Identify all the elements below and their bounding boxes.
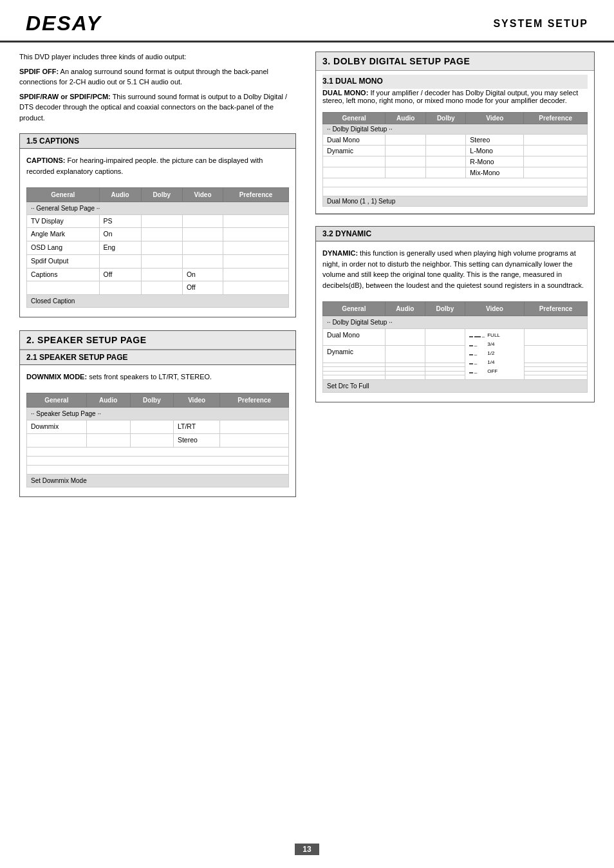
captions-box: 1.5 CAPTIONS CAPTIONS: For hearing-impai… — [19, 133, 296, 317]
dual-mono-footer: Dual Mono (1 , 1) Setup — [323, 196, 588, 207]
speaker-main-title: 2. SPEAKER SETUP PAGE — [20, 331, 295, 350]
page-header: DESAY SYSTEM SETUP — [0, 0, 614, 42]
page: DESAY SYSTEM SETUP This DVD player inclu… — [0, 0, 614, 868]
dual-mono-table: General Audio Dolby Video Preference ·· … — [322, 112, 588, 207]
dolby-main-title: 3. DOLBY DIGITAL SETUP PAGE — [316, 52, 594, 71]
dynamic-box: 3.2 DYNAMIC DYNAMIC: this function is ge… — [315, 226, 595, 402]
table-row: Spdif Output — [27, 254, 289, 268]
slider-tick — [469, 345, 473, 346]
dual-mono-nav: ·· Dolby Digital Setup ·· — [323, 124, 588, 135]
dual-mono-table-header: General Audio Dolby Video Preference — [323, 113, 588, 124]
speaker-nav-row: ·· Speaker Setup Page ·· — [27, 408, 289, 420]
table-row: Captions Off On — [27, 268, 289, 281]
right-column: 3. DOLBY DIGITAL SETUP PAGE 3.1 DUAL MON… — [309, 52, 595, 506]
table-row: Off — [27, 281, 289, 295]
captions-footer-label: Closed Caption — [27, 295, 289, 308]
table-row — [323, 178, 588, 187]
intro-item2: SPDIF/RAW or SPDIF/PCM: This surround so… — [19, 91, 296, 124]
dynamic-content: DYNAMIC: this function is generally used… — [316, 241, 594, 402]
table-row: Dynamic — [323, 346, 588, 363]
dynamic-nav: ·· Dolby Digital Setup ·· — [323, 316, 588, 328]
slider-val-14: 1/4 — [487, 359, 500, 366]
table-row: Dual Mono Stereo — [323, 135, 588, 146]
captions-table-header: General Audio Dolby Video Preference — [27, 187, 289, 202]
dynamic-text: this function is generally used when pla… — [322, 249, 584, 289]
intro-lead: This DVD player includes three kinds of … — [19, 52, 296, 62]
captions-nav-label: ·· General Setup Page ·· — [27, 202, 289, 214]
captions-bold: CAPTIONS: — [26, 156, 66, 164]
dual-mono-bold: DUAL MONO: — [322, 89, 368, 97]
table-row: Stereo — [27, 433, 289, 447]
slider-bars: – – – — [469, 332, 485, 377]
slider-tick — [469, 354, 473, 355]
intro-item1: SPDIF OFF: An analog surround sound form… — [19, 66, 296, 88]
captions-nav-row: ·· General Setup Page ·· — [27, 202, 289, 214]
dual-mono-content: 3.1 DUAL MONO DUAL MONO: If your amplifi… — [316, 71, 594, 214]
row-tv-display: TV Display — [27, 214, 100, 228]
slider-visual: – – – — [469, 332, 520, 377]
row-tv-display-val: PS — [99, 214, 141, 228]
table-row — [27, 465, 289, 474]
table-row — [27, 456, 289, 465]
row-spdif-output: Spdif Output — [27, 254, 100, 268]
speaker-content: DOWNMIX MODE: sets front speakers to LT/… — [20, 365, 295, 496]
downmix-bold: DOWNMIX MODE: — [26, 373, 87, 381]
table-row — [27, 447, 289, 456]
table-row: OSD Lang Eng — [27, 241, 289, 255]
captions-description: CAPTIONS: For hearing-impaired people. t… — [26, 155, 289, 176]
dual-mono-title: 3.1 DUAL MONO — [322, 75, 588, 89]
table-row: R-Mono — [323, 156, 588, 167]
table-row — [323, 187, 588, 196]
speaker-table-header: General Audio Dolby Video Preference — [27, 393, 289, 408]
col-dolby: Dolby — [141, 187, 182, 202]
speaker-setup-box: 2. SPEAKER SETUP PAGE 2.1 SPEAKER SETUP … — [19, 330, 296, 497]
page-title: SYSTEM SETUP — [493, 18, 588, 30]
table-row: Mix-Mono — [323, 167, 588, 178]
captions-table: General Audio Dolby Video Preference ·· … — [26, 187, 289, 308]
dual-mono-description: DUAL MONO: If your amplifier / decoder h… — [322, 89, 588, 104]
dynamic-table: General Audio Dolby Video Preference ·· … — [322, 301, 588, 393]
col-preference: Preference — [223, 187, 289, 202]
slider-tick — [474, 336, 481, 337]
captions-content: CAPTIONS: For hearing-impaired people. t… — [20, 149, 295, 317]
left-column: This DVD player includes three kinds of … — [19, 52, 309, 506]
row-captions: Captions — [27, 268, 100, 281]
slider-tick — [469, 363, 473, 364]
slider-val-off: OFF — [487, 368, 500, 375]
dynamic-footer: Set Drc To Full — [323, 379, 588, 392]
intro-item1-bold: SPDIF OFF: — [19, 68, 59, 75]
speaker-sub-title: 2.1 SPEAKER SETUP PAGE — [20, 350, 295, 365]
table-row: TV Display PS — [27, 214, 289, 228]
downmix-text: sets front speakers to LT/RT, STEREO. — [89, 373, 212, 381]
col-general: General — [27, 187, 100, 202]
intro-section: This DVD player includes three kinds of … — [19, 52, 296, 123]
page-number: 13 — [295, 844, 319, 855]
slider-full-label: – — [482, 333, 485, 341]
table-row: Dynamic L-Mono — [323, 146, 588, 156]
table-row: Downmix LT/RT — [27, 420, 289, 434]
row-osd-lang: OSD Lang — [27, 241, 100, 255]
slider-val-full: FULL — [487, 332, 500, 339]
dynamic-title: 3.2 DYNAMIC — [316, 227, 594, 241]
slider-tick — [469, 336, 473, 337]
dynamic-table-header: General Audio Dolby Video Preference — [323, 301, 588, 316]
col-video: Video — [182, 187, 223, 202]
table-row: Dual Mono — [323, 328, 588, 346]
slider-val-34: 3/4 — [487, 341, 500, 348]
main-content: This DVD player includes three kinds of … — [0, 52, 614, 525]
slider-values: FULL 3/4 1/2 1/4 OFF — [487, 332, 500, 375]
dynamic-bold: DYNAMIC: — [322, 249, 358, 257]
col-audio: Audio — [99, 187, 141, 202]
page-footer: 13 — [0, 844, 614, 855]
dolby-main-box: 3. DOLBY DIGITAL SETUP PAGE 3.1 DUAL MON… — [315, 52, 595, 214]
speaker-table: General Audio Dolby Video Preference ·· … — [26, 393, 289, 487]
captions-title: 1.5 CAPTIONS — [20, 134, 295, 149]
downmix-description: DOWNMIX MODE: sets front speakers to LT/… — [26, 372, 289, 382]
table-row: Angle Mark On — [27, 228, 289, 241]
intro-item2-bold: SPDIF/RAW or SPDIF/PCM: — [19, 93, 111, 100]
slider-tick — [469, 372, 473, 373]
slider-val-12: 1/2 — [487, 350, 500, 357]
dynamic-slider-cell: – – – — [465, 328, 524, 379]
row-angle-mark: Angle Mark — [27, 228, 100, 241]
dynamic-description: DYNAMIC: this function is generally used… — [322, 248, 588, 290]
